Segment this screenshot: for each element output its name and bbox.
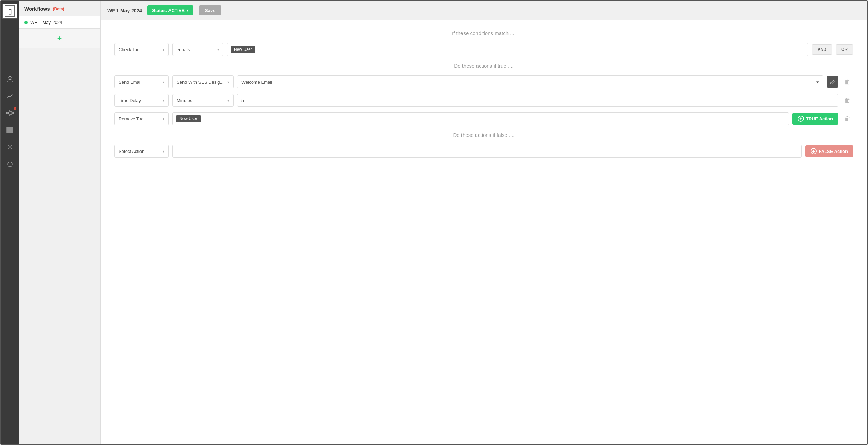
plus-circle-icon: + — [798, 116, 804, 122]
panel-title: Workflows — [24, 6, 50, 12]
svg-rect-10 — [7, 129, 13, 131]
icon-bar: ▯ — [1, 1, 19, 444]
chevron-down-icon: ▾ — [163, 149, 164, 153]
action-label-false: Select Action — [119, 149, 144, 154]
chevron-down-icon: ▾ — [816, 80, 819, 85]
workflow-item-label: WF 1-May-2024 — [30, 20, 62, 25]
svg-rect-11 — [7, 131, 13, 133]
operator-select[interactable]: equals ▾ — [172, 43, 223, 56]
svg-line-5 — [8, 111, 9, 113]
edit-button[interactable] — [827, 76, 838, 88]
add-workflow-button[interactable]: + — [19, 29, 100, 48]
power-icon[interactable] — [4, 159, 15, 170]
false-action-label: FALSE Action — [819, 149, 848, 154]
active-dot — [24, 21, 28, 24]
false-action-button[interactable]: + FALSE Action — [805, 145, 853, 157]
chevron-down-icon: ▾ — [217, 48, 219, 52]
action-select-false[interactable]: Select Action ▾ — [114, 145, 169, 158]
chevron-down-icon: ▾ — [163, 117, 164, 121]
main-area: WF 1-May-2024 Status: ACTIVE ▾ Save If t… — [101, 1, 867, 444]
action-select-remove-tag[interactable]: Remove Tag ▾ — [114, 112, 169, 125]
false-value-area — [172, 145, 802, 158]
action-label-time-delay: Time Delay — [119, 98, 141, 103]
chevron-down-icon: ▾ — [163, 48, 164, 52]
delay-value: 5 — [237, 94, 838, 107]
svg-rect-1 — [6, 112, 8, 114]
svg-rect-4 — [12, 112, 14, 114]
svg-line-7 — [11, 111, 12, 113]
delete-button-2[interactable]: 🗑 — [842, 96, 853, 105]
remove-tag-value-area: New User — [172, 112, 789, 125]
svg-rect-2 — [9, 110, 11, 111]
false-actions-title: Do these actions if false .... — [114, 132, 853, 138]
top-header: WF 1-May-2024 Status: ACTIVE ▾ Save — [101, 1, 867, 20]
app-logo: ▯ — [2, 4, 17, 19]
save-button[interactable]: Save — [199, 5, 221, 15]
operator-label: equals — [177, 47, 190, 52]
chevron-down-icon: ▾ — [227, 99, 229, 102]
condition-tag-badge: New User — [231, 46, 255, 53]
svg-rect-9 — [7, 127, 13, 129]
chevron-down-icon: ▾ — [227, 80, 229, 84]
action-row-time-delay: Time Delay ▾ Minutes ▾ 5 🗑 — [114, 94, 853, 107]
svg-point-0 — [9, 76, 11, 79]
status-button[interactable]: Status: ACTIVE ▾ — [147, 5, 193, 15]
true-action-button[interactable]: + TRUE Action — [792, 113, 838, 125]
delay-number: 5 — [241, 98, 244, 103]
true-action-label: TRUE Action — [806, 116, 833, 121]
chart-icon[interactable] — [4, 90, 15, 101]
action-label-send-email: Send Email — [119, 80, 141, 85]
action-row-send-email: Send Email ▾ Send With SES Desig... ▾ We… — [114, 75, 853, 88]
delete-button-1[interactable]: 🗑 — [842, 77, 853, 87]
condition-value-area: New User — [227, 43, 808, 56]
user-icon[interactable] — [4, 73, 15, 84]
chevron-down-icon: ▾ — [163, 80, 164, 84]
workflow-panel: Workflows (Beta) WF 1-May-2024 + — [19, 1, 101, 444]
action-sublabel-ses: Send With SES Desig... — [177, 80, 223, 85]
action-row-false: Select Action ▾ + FALSE Action — [114, 145, 853, 158]
action-select-send-email[interactable]: Send Email ▾ — [114, 75, 169, 88]
network-icon[interactable]: β — [4, 107, 15, 118]
panel-header: Workflows (Beta) — [19, 1, 100, 16]
and-button[interactable]: AND — [812, 44, 832, 55]
action-row-remove-tag: Remove Tag ▾ New User + TRUE Action 🗑 — [114, 112, 853, 125]
true-actions-title: Do these actions if true .... — [114, 63, 853, 69]
action-subselect-ses[interactable]: Send With SES Desig... ▾ — [172, 75, 234, 88]
beta-label: (Beta) — [53, 6, 64, 11]
conditions-title: If these conditions match .... — [114, 30, 853, 36]
or-button[interactable]: OR — [836, 44, 853, 55]
action-sublabel-minutes: Minutes — [177, 98, 192, 103]
condition-select[interactable]: Check Tag ▾ — [114, 43, 169, 56]
condition-row: Check Tag ▾ equals ▾ New User AND OR — [114, 43, 853, 56]
table-icon[interactable] — [4, 125, 15, 135]
action-label-remove-tag: Remove Tag — [119, 116, 144, 121]
remove-tag-badge: New User — [176, 115, 201, 122]
svg-point-12 — [9, 146, 11, 148]
settings-icon[interactable] — [4, 142, 15, 153]
chevron-down-icon: ▾ — [163, 99, 164, 102]
chevron-down-icon: ▾ — [187, 8, 189, 13]
action-subselect-minutes[interactable]: Minutes ▾ — [172, 94, 234, 107]
delete-button-3[interactable]: 🗑 — [842, 114, 853, 124]
add-icon: + — [57, 33, 62, 43]
condition-select-label: Check Tag — [119, 47, 139, 52]
action-select-time-delay[interactable]: Time Delay ▾ — [114, 94, 169, 107]
svg-line-8 — [11, 113, 12, 115]
plus-circle-icon: + — [811, 148, 817, 154]
svg-line-6 — [8, 113, 9, 115]
header-workflow-name: WF 1-May-2024 — [107, 8, 142, 13]
status-label: Status: ACTIVE — [152, 8, 185, 13]
content-area: If these conditions match .... Check Tag… — [101, 20, 867, 444]
action-value-email: Welcome Email ▾ — [237, 75, 823, 88]
email-template-label: Welcome Email — [241, 80, 272, 85]
workflow-item[interactable]: WF 1-May-2024 — [19, 16, 100, 29]
svg-rect-3 — [9, 115, 11, 116]
